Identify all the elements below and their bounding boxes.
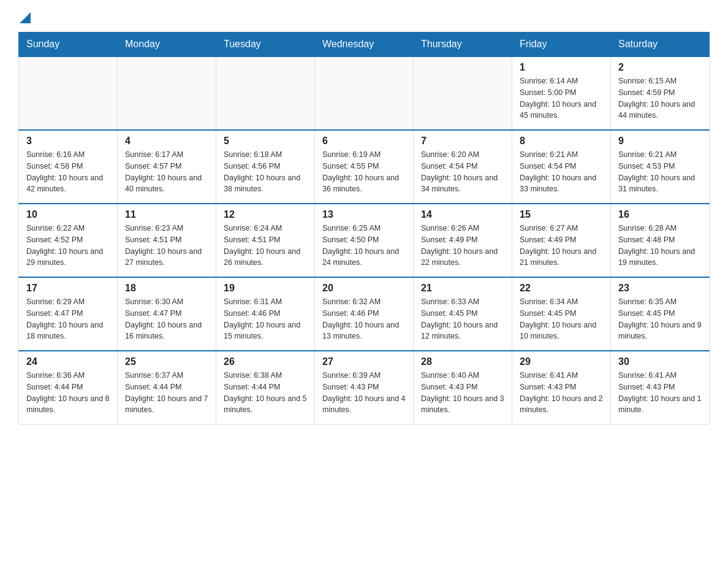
calendar-weekday-friday: Friday [512,33,611,57]
calendar-weekday-saturday: Saturday [611,33,710,57]
calendar-week-row: 10Sunrise: 6:22 AMSunset: 4:52 PMDayligh… [19,204,710,277]
calendar-cell: 5Sunrise: 6:18 AMSunset: 4:56 PMDaylight… [216,130,315,204]
day-number: 12 [224,209,307,220]
day-number: 27 [322,356,406,367]
day-info: Sunrise: 6:20 AMSunset: 4:54 PMDaylight:… [421,149,504,195]
day-info: Sunrise: 6:32 AMSunset: 4:46 PMDaylight:… [322,296,406,342]
day-number: 9 [618,136,702,147]
calendar-cell: 9Sunrise: 6:21 AMSunset: 4:53 PMDaylight… [611,130,710,204]
day-number: 16 [618,209,702,220]
day-info: Sunrise: 6:26 AMSunset: 4:49 PMDaylight:… [421,223,504,269]
calendar-cell: 24Sunrise: 6:36 AMSunset: 4:44 PMDayligh… [19,351,118,424]
calendar-header: SundayMondayTuesdayWednesdayThursdayFrid… [19,33,710,57]
day-number: 8 [520,136,603,147]
calendar-cell: 22Sunrise: 6:34 AMSunset: 4:45 PMDayligh… [512,277,611,351]
day-number: 18 [125,283,208,294]
day-number: 13 [322,209,406,220]
logo-arrow-icon [20,12,31,23]
calendar-cell: 1Sunrise: 6:14 AMSunset: 5:00 PMDaylight… [512,56,611,130]
calendar-cell: 10Sunrise: 6:22 AMSunset: 4:52 PMDayligh… [19,204,118,277]
day-info: Sunrise: 6:41 AMSunset: 4:43 PMDaylight:… [520,370,603,416]
calendar-cell: 26Sunrise: 6:38 AMSunset: 4:44 PMDayligh… [216,351,315,424]
calendar-cell: 27Sunrise: 6:39 AMSunset: 4:43 PMDayligh… [315,351,414,424]
day-info: Sunrise: 6:33 AMSunset: 4:45 PMDaylight:… [421,296,504,342]
day-number: 17 [26,283,110,294]
day-info: Sunrise: 6:24 AMSunset: 4:51 PMDaylight:… [224,223,307,269]
day-number: 14 [421,209,504,220]
day-number: 25 [125,356,208,367]
calendar-weekday-monday: Monday [118,33,216,57]
day-info: Sunrise: 6:14 AMSunset: 5:00 PMDaylight:… [520,75,603,121]
calendar-cell: 11Sunrise: 6:23 AMSunset: 4:51 PMDayligh… [118,204,216,277]
calendar-weekday-sunday: Sunday [19,33,118,57]
day-number: 1 [520,62,603,73]
day-number: 5 [224,136,307,147]
calendar-cell: 19Sunrise: 6:31 AMSunset: 4:46 PMDayligh… [216,277,315,351]
calendar-cell: 6Sunrise: 6:19 AMSunset: 4:55 PMDaylight… [315,130,414,204]
day-number: 19 [224,283,307,294]
calendar-cell: 29Sunrise: 6:41 AMSunset: 4:43 PMDayligh… [512,351,611,424]
day-info: Sunrise: 6:36 AMSunset: 4:44 PMDaylight:… [26,370,110,416]
calendar-cell: 13Sunrise: 6:25 AMSunset: 4:50 PMDayligh… [315,204,414,277]
day-info: Sunrise: 6:21 AMSunset: 4:54 PMDaylight:… [520,149,603,195]
day-info: Sunrise: 6:18 AMSunset: 4:56 PMDaylight:… [224,149,307,195]
day-number: 22 [520,283,603,294]
day-info: Sunrise: 6:23 AMSunset: 4:51 PMDaylight:… [125,223,208,269]
calendar-weekday-tuesday: Tuesday [216,33,315,57]
calendar-cell: 4Sunrise: 6:17 AMSunset: 4:57 PMDaylight… [118,130,216,204]
calendar-cell: 3Sunrise: 6:16 AMSunset: 4:58 PMDaylight… [19,130,118,204]
day-number: 7 [421,136,504,147]
calendar-week-row: 3Sunrise: 6:16 AMSunset: 4:58 PMDaylight… [19,130,710,204]
day-info: Sunrise: 6:15 AMSunset: 4:59 PMDaylight:… [618,75,702,121]
day-number: 21 [421,283,504,294]
day-info: Sunrise: 6:21 AMSunset: 4:53 PMDaylight:… [618,149,702,195]
calendar-cell: 23Sunrise: 6:35 AMSunset: 4:45 PMDayligh… [611,277,710,351]
page-header [18,12,710,26]
calendar-week-row: 1Sunrise: 6:14 AMSunset: 5:00 PMDaylight… [19,56,710,130]
day-info: Sunrise: 6:30 AMSunset: 4:47 PMDaylight:… [125,296,208,342]
day-info: Sunrise: 6:34 AMSunset: 4:45 PMDaylight:… [520,296,603,342]
day-number: 6 [322,136,406,147]
calendar-weekday-thursday: Thursday [414,33,512,57]
day-number: 15 [520,209,603,220]
logo [18,12,31,26]
calendar-cell [19,56,118,130]
day-info: Sunrise: 6:19 AMSunset: 4:55 PMDaylight:… [322,149,406,195]
calendar-table: SundayMondayTuesdayWednesdayThursdayFrid… [18,32,710,425]
calendar-cell [118,56,216,130]
day-number: 2 [618,62,702,73]
calendar-weekday-wednesday: Wednesday [315,33,414,57]
calendar-cell [414,56,512,130]
day-info: Sunrise: 6:41 AMSunset: 4:43 PMDaylight:… [618,370,702,416]
day-number: 11 [125,209,208,220]
svg-marker-0 [20,12,31,23]
day-info: Sunrise: 6:35 AMSunset: 4:45 PMDaylight:… [618,296,702,342]
calendar-cell: 20Sunrise: 6:32 AMSunset: 4:46 PMDayligh… [315,277,414,351]
day-number: 30 [618,356,702,367]
calendar-cell [315,56,414,130]
day-info: Sunrise: 6:22 AMSunset: 4:52 PMDaylight:… [26,223,110,269]
calendar-cell: 25Sunrise: 6:37 AMSunset: 4:44 PMDayligh… [118,351,216,424]
calendar-cell: 17Sunrise: 6:29 AMSunset: 4:47 PMDayligh… [19,277,118,351]
day-number: 4 [125,136,208,147]
calendar-cell: 16Sunrise: 6:28 AMSunset: 4:48 PMDayligh… [611,204,710,277]
day-number: 26 [224,356,307,367]
day-info: Sunrise: 6:31 AMSunset: 4:46 PMDaylight:… [224,296,307,342]
calendar-cell [216,56,315,130]
day-info: Sunrise: 6:29 AMSunset: 4:47 PMDaylight:… [26,296,110,342]
calendar-cell: 21Sunrise: 6:33 AMSunset: 4:45 PMDayligh… [414,277,512,351]
day-number: 23 [618,283,702,294]
day-info: Sunrise: 6:37 AMSunset: 4:44 PMDaylight:… [125,370,208,416]
day-number: 20 [322,283,406,294]
calendar-cell: 2Sunrise: 6:15 AMSunset: 4:59 PMDaylight… [611,56,710,130]
day-info: Sunrise: 6:16 AMSunset: 4:58 PMDaylight:… [26,149,110,195]
day-info: Sunrise: 6:40 AMSunset: 4:43 PMDaylight:… [421,370,504,416]
calendar-header-row: SundayMondayTuesdayWednesdayThursdayFrid… [19,33,710,57]
calendar-cell: 15Sunrise: 6:27 AMSunset: 4:49 PMDayligh… [512,204,611,277]
calendar-week-row: 17Sunrise: 6:29 AMSunset: 4:47 PMDayligh… [19,277,710,351]
day-info: Sunrise: 6:27 AMSunset: 4:49 PMDaylight:… [520,223,603,269]
calendar-cell: 14Sunrise: 6:26 AMSunset: 4:49 PMDayligh… [414,204,512,277]
calendar-cell: 30Sunrise: 6:41 AMSunset: 4:43 PMDayligh… [611,351,710,424]
day-info: Sunrise: 6:17 AMSunset: 4:57 PMDaylight:… [125,149,208,195]
calendar-cell: 12Sunrise: 6:24 AMSunset: 4:51 PMDayligh… [216,204,315,277]
